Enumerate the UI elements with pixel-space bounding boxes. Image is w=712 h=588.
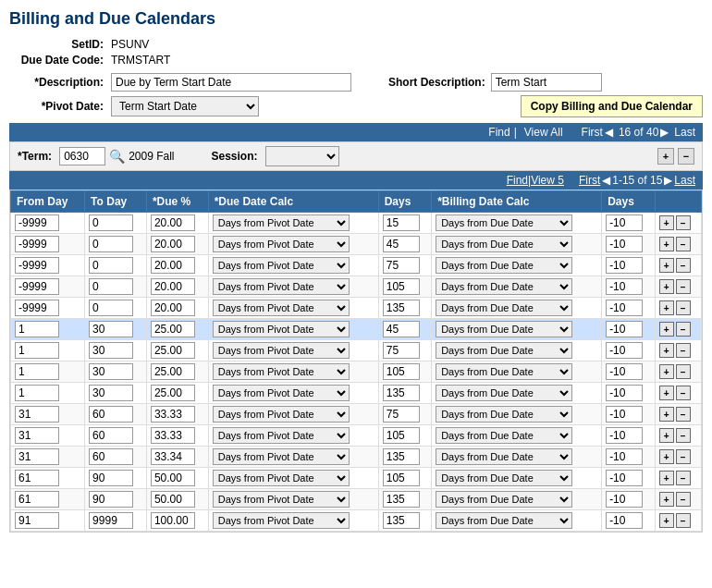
due-pct-input[interactable] — [151, 512, 195, 529]
from-day-input[interactable] — [15, 236, 59, 252]
due-date-calc-select[interactable]: Days from Pivot Date Days from Due Date — [213, 448, 350, 465]
row-remove-button[interactable]: − — [676, 322, 691, 337]
billing-date-calc-select[interactable]: Days from Due Date Days from Pivot Date — [436, 321, 572, 337]
last-link[interactable]: Last — [674, 126, 695, 139]
due-pct-input[interactable] — [151, 300, 195, 316]
row-remove-button[interactable]: − — [676, 492, 691, 507]
days-input[interactable] — [383, 406, 420, 423]
to-day-input[interactable] — [89, 257, 133, 274]
billing-date-calc-select[interactable]: Days from Due Date Days from Pivot Date — [436, 214, 572, 231]
due-pct-input[interactable] — [151, 321, 195, 337]
due-date-calc-select[interactable]: Days from Pivot Date Days from Due Date — [213, 278, 350, 295]
due-pct-input[interactable] — [151, 448, 195, 465]
to-day-input[interactable] — [89, 491, 133, 508]
days-input[interactable] — [383, 512, 420, 529]
first-link[interactable]: First — [582, 126, 603, 139]
days-input[interactable] — [383, 214, 420, 231]
row-add-button[interactable]: + — [659, 386, 674, 400]
from-day-input[interactable] — [15, 257, 59, 274]
days2-input[interactable] — [606, 342, 643, 359]
due-date-calc-select[interactable]: Days from Pivot Date Days from Due Date — [213, 470, 350, 486]
due-date-calc-select[interactable]: Days from Pivot Date Days from Due Date — [213, 385, 350, 401]
days2-input[interactable] — [606, 385, 643, 401]
row-add-button[interactable]: + — [659, 343, 674, 358]
row-remove-button[interactable]: − — [676, 279, 691, 294]
days-input[interactable] — [383, 363, 420, 380]
due-pct-input[interactable] — [151, 427, 195, 444]
row-remove-button[interactable]: − — [676, 215, 691, 230]
short-desc-input[interactable] — [491, 73, 602, 92]
copy-calendar-button[interactable]: Copy Billing and Due Calendar — [521, 95, 703, 117]
billing-date-calc-select[interactable]: Days from Due Date Days from Pivot Date — [436, 406, 572, 423]
to-day-input[interactable] — [89, 406, 133, 423]
days-input[interactable] — [383, 300, 420, 316]
due-pct-input[interactable] — [151, 257, 195, 274]
inner-view-link[interactable]: View 5 — [531, 174, 564, 187]
days-input[interactable] — [383, 342, 420, 359]
due-date-calc-select[interactable]: Days from Pivot Date Days from Due Date — [213, 427, 350, 444]
due-pct-input[interactable] — [151, 342, 195, 359]
to-day-input[interactable] — [89, 214, 133, 231]
to-day-input[interactable] — [89, 342, 133, 359]
days-input[interactable] — [383, 257, 420, 274]
billing-date-calc-select[interactable]: Days from Due Date Days from Pivot Date — [436, 278, 572, 295]
billing-date-calc-select[interactable]: Days from Due Date Days from Pivot Date — [436, 491, 572, 508]
from-day-input[interactable] — [15, 342, 59, 359]
row-add-button[interactable]: + — [659, 513, 674, 528]
from-day-input[interactable] — [15, 300, 59, 316]
row-remove-button[interactable]: − — [676, 471, 691, 485]
due-pct-input[interactable] — [151, 491, 195, 508]
from-day-input[interactable] — [15, 385, 59, 401]
due-date-calc-select[interactable]: Days from Pivot Date Days from Due Date — [213, 214, 350, 231]
billing-date-calc-select[interactable]: Days from Due Date Days from Pivot Date — [436, 512, 572, 529]
days-input[interactable] — [383, 470, 420, 486]
row-add-button[interactable]: + — [659, 449, 674, 464]
term-input[interactable] — [59, 147, 105, 165]
from-day-input[interactable] — [15, 321, 59, 337]
row-add-button[interactable]: + — [659, 471, 674, 485]
row-add-button[interactable]: + — [659, 492, 674, 507]
to-day-input[interactable] — [89, 236, 133, 252]
due-pct-input[interactable] — [151, 385, 195, 401]
to-day-input[interactable] — [89, 363, 133, 380]
billing-date-calc-select[interactable]: Days from Due Date Days from Pivot Date — [436, 342, 572, 359]
inner-last-link[interactable]: Last — [674, 174, 695, 187]
view-all-link[interactable]: View All — [524, 126, 563, 139]
inner-find-link[interactable]: Find — [507, 174, 528, 187]
days2-input[interactable] — [606, 321, 643, 337]
find-link[interactable]: Find — [488, 126, 509, 139]
due-date-calc-select[interactable]: Days from Pivot Date Days from Due Date — [213, 321, 350, 337]
due-date-calc-select[interactable]: Days from Pivot Date Days from Due Date — [213, 363, 350, 380]
row-remove-button[interactable]: − — [676, 513, 691, 528]
days2-input[interactable] — [606, 214, 643, 231]
due-pct-input[interactable] — [151, 214, 195, 231]
from-day-input[interactable] — [15, 363, 59, 380]
row-add-button[interactable]: + — [659, 258, 674, 273]
billing-date-calc-select[interactable]: Days from Due Date Days from Pivot Date — [436, 470, 572, 486]
row-add-button[interactable]: + — [659, 407, 674, 422]
days2-input[interactable] — [606, 512, 643, 529]
row-remove-button[interactable]: − — [676, 428, 691, 443]
from-day-input[interactable] — [15, 491, 59, 508]
days-input[interactable] — [383, 385, 420, 401]
due-pct-input[interactable] — [151, 406, 195, 423]
term-remove-button[interactable]: − — [678, 148, 694, 165]
due-date-calc-select[interactable]: Days from Pivot Date Days from Due Date — [213, 406, 350, 423]
from-day-input[interactable] — [15, 427, 59, 444]
to-day-input[interactable] — [89, 300, 133, 316]
days2-input[interactable] — [606, 278, 643, 295]
days2-input[interactable] — [606, 491, 643, 508]
days2-input[interactable] — [606, 470, 643, 486]
row-remove-button[interactable]: − — [676, 386, 691, 400]
days-input[interactable] — [383, 491, 420, 508]
days2-input[interactable] — [606, 257, 643, 274]
pivot-select[interactable]: Term Start Date — [111, 96, 259, 116]
days-input[interactable] — [383, 427, 420, 444]
billing-date-calc-select[interactable]: Days from Due Date Days from Pivot Date — [436, 448, 572, 465]
row-add-button[interactable]: + — [659, 322, 674, 337]
billing-date-calc-select[interactable]: Days from Due Date Days from Pivot Date — [436, 385, 572, 401]
inner-first-link[interactable]: First — [579, 174, 600, 187]
from-day-input[interactable] — [15, 470, 59, 486]
from-day-input[interactable] — [15, 448, 59, 465]
due-pct-input[interactable] — [151, 363, 195, 380]
